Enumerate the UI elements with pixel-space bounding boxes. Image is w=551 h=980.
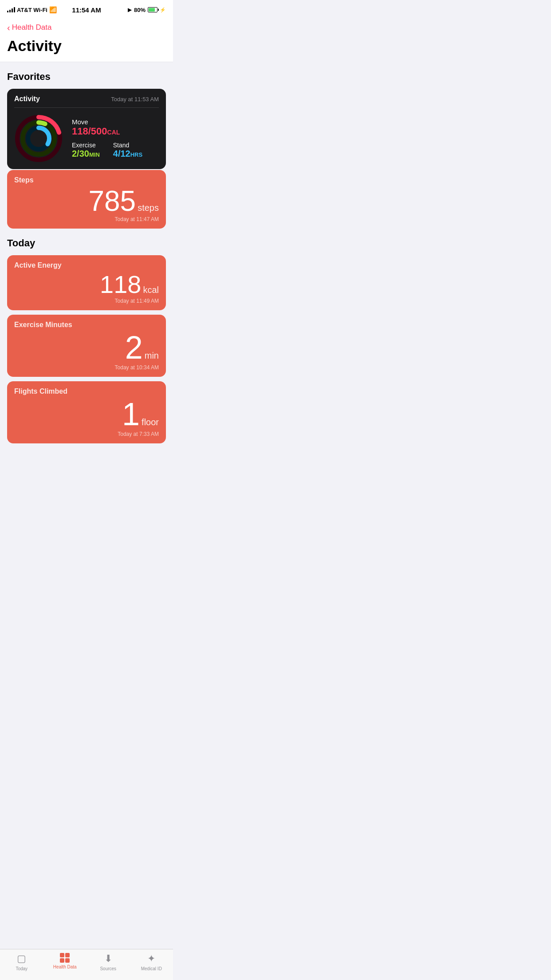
carrier-label: AT&T Wi-Fi	[17, 7, 47, 13]
active-energy-value-row: 118 kcal	[14, 272, 159, 297]
back-button[interactable]: ‹ Health Data	[7, 23, 51, 32]
move-number: 118/500	[72, 126, 107, 137]
exercise-stat: Exercise 2/30MIN	[72, 142, 100, 159]
active-energy-value: 118	[100, 272, 141, 297]
activity-rings	[14, 114, 63, 163]
status-bar: AT&T Wi-Fi 📶 11:54 AM ▶ 80% ⚡	[0, 0, 173, 20]
activity-card-title: Activity	[14, 95, 40, 103]
favorites-section-title: Favorites	[7, 71, 166, 83]
exercise-value: 2/30MIN	[72, 149, 100, 159]
activity-card-time: Today at 11:53 AM	[111, 96, 159, 103]
wifi-icon: 📶	[49, 6, 57, 13]
flights-climbed-unit: floor	[142, 417, 159, 427]
battery-percent: 80%	[134, 7, 146, 13]
nav-bar: ‹ Health Data	[0, 20, 173, 36]
exercise-number: 2/30	[72, 149, 89, 158]
exercise-minutes-unit: min	[145, 351, 159, 361]
flights-climbed-title: Flights Climbed	[14, 387, 159, 395]
activity-card[interactable]: Activity Today at 11:53 AM	[7, 89, 166, 169]
steps-value-row: 785 steps	[14, 187, 159, 215]
back-label: Health Data	[12, 23, 52, 32]
exercise-minutes-card[interactable]: Exercise Minutes 2 min Today at 10:34 AM	[7, 315, 166, 377]
flights-climbed-card[interactable]: Flights Climbed 1 floor Today at 7:33 AM	[7, 381, 166, 443]
active-energy-timestamp: Today at 11:49 AM	[14, 298, 159, 304]
signal-bars-icon	[7, 7, 15, 12]
exercise-minutes-value-row: 2 min	[14, 332, 159, 364]
activity-stats: Move 118/500CAL Exercise 2/30MIN	[72, 118, 159, 159]
steps-card[interactable]: Steps 785 steps Today at 11:47 AM	[7, 170, 166, 229]
move-stat: Move 118/500CAL	[72, 118, 159, 137]
exercise-minutes-title: Exercise Minutes	[14, 321, 159, 329]
steps-value: 785	[88, 187, 136, 215]
move-unit: CAL	[107, 129, 120, 136]
steps-unit: steps	[138, 203, 159, 213]
flights-climbed-value: 1	[122, 398, 140, 430]
content-area: Favorites Activity Today at 11:53 AM	[0, 62, 173, 492]
page-title-container: Activity	[0, 36, 173, 62]
activity-card-header: Activity Today at 11:53 AM	[14, 95, 159, 108]
flights-climbed-timestamp: Today at 7:33 AM	[14, 431, 159, 437]
active-energy-card[interactable]: Active Energy 118 kcal Today at 11:49 AM	[7, 255, 166, 310]
charging-icon: ⚡	[160, 7, 166, 13]
exercise-minutes-value: 2	[125, 332, 143, 364]
stand-number: 4/12	[113, 149, 130, 158]
page-title: Activity	[7, 37, 166, 55]
location-icon: ▶	[128, 7, 132, 13]
favorites-section: Favorites Activity Today at 11:53 AM	[7, 71, 166, 229]
back-chevron-icon: ‹	[7, 23, 10, 32]
move-value: 118/500CAL	[72, 126, 159, 137]
stand-value: 4/12HRS	[113, 149, 142, 159]
active-energy-unit: kcal	[143, 285, 159, 295]
steps-card-title: Steps	[14, 176, 159, 184]
exercise-label: Exercise	[72, 142, 100, 149]
exercise-unit: MIN	[89, 151, 100, 158]
status-time: 11:54 AM	[72, 6, 101, 14]
exercise-stand-row: Exercise 2/30MIN Stand 4/12HRS	[72, 142, 159, 159]
today-section: Today Active Energy 118 kcal Today at 11…	[7, 237, 166, 443]
status-right: ▶ 80% ⚡	[128, 7, 166, 13]
status-left: AT&T Wi-Fi 📶	[7, 6, 57, 13]
battery-icon	[148, 7, 157, 12]
stand-unit: HRS	[130, 151, 142, 158]
stand-label: Stand	[113, 142, 142, 149]
today-section-title: Today	[7, 237, 166, 249]
exercise-minutes-timestamp: Today at 10:34 AM	[14, 364, 159, 371]
steps-timestamp: Today at 11:47 AM	[14, 216, 159, 222]
active-energy-title: Active Energy	[14, 261, 159, 269]
flights-climbed-value-row: 1 floor	[14, 398, 159, 430]
stand-stat: Stand 4/12HRS	[113, 142, 142, 159]
activity-card-body: Move 118/500CAL Exercise 2/30MIN	[14, 114, 159, 163]
move-label: Move	[72, 118, 159, 126]
